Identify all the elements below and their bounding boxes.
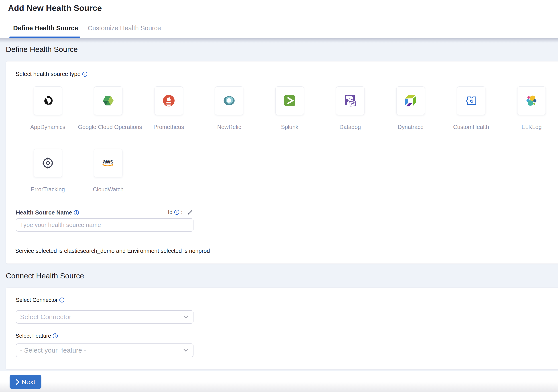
svg-text:aws: aws [103,159,113,165]
